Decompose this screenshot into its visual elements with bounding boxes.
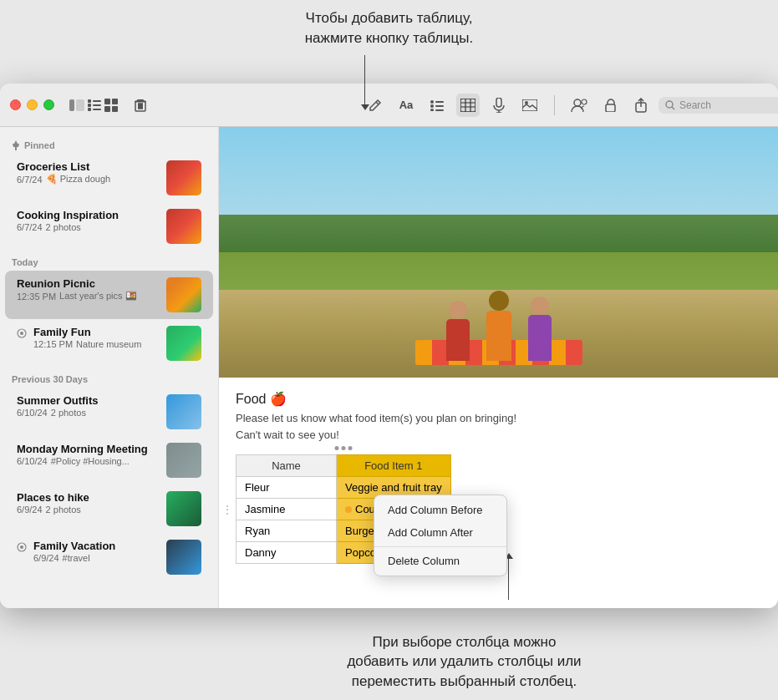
list-view-button[interactable] [88,94,101,117]
svg-rect-9 [112,99,118,104]
table-container: ⋮ Name Food Item 1 FleurVeggie and fruit… [236,454,451,564]
svg-rect-5 [93,104,101,106]
sidebar-item-reunion-thumb [166,277,201,312]
figure-1 [446,301,470,361]
svg-line-39 [672,107,674,109]
picnic-figures [446,291,552,361]
svg-point-22 [430,109,434,111]
pinned-section-label: Pinned [0,134,218,154]
sidebar-item-cooking-thumb [166,209,201,244]
svg-rect-7 [93,109,101,110]
context-menu-add-before[interactable]: Add Column Before [374,499,506,521]
svg-rect-0 [69,99,74,111]
media-button[interactable] [518,94,542,117]
sidebar-item-reunion-text: Reunion Picnic 12:35 PM Last year's pics… [17,277,160,302]
svg-rect-4 [88,104,91,107]
svg-rect-1 [76,99,84,111]
note-hero-image [219,127,778,378]
lock-button[interactable] [598,94,622,117]
today-section-label: Today [0,251,218,271]
svg-point-18 [430,100,434,104]
sidebar-item-cooking[interactable]: Cooking Inspiration 6/7/24 2 photos [5,202,213,251]
content-area: Pinned Groceries List 6/7/24 🍕 Pizza dou… [0,127,778,608]
share-button[interactable] [629,94,653,117]
sidebar-item-reunion[interactable]: Reunion Picnic 12:35 PM Last year's pics… [5,271,213,319]
svg-rect-24 [460,99,475,112]
table-cell-name[interactable]: Danny [236,542,337,564]
svg-rect-29 [496,98,501,107]
svg-point-38 [666,101,673,108]
sidebar-item-family-fun-thumb [166,326,201,361]
svg-rect-11 [112,106,118,112]
table-cell-name[interactable]: Jasmine [236,499,337,520]
sidebar-item-cooking-text: Cooking Inspiration 6/7/24 2 photos [17,209,160,232]
table-header-name[interactable]: Name [236,455,337,477]
checklist-button[interactable] [425,94,449,117]
grid-view-button[interactable] [104,94,118,117]
shared-icon [17,328,27,338]
sidebar-item-hike-text: Places to hike 6/9/24 2 photos [17,491,160,515]
app-window: Aa [0,84,778,608]
sidebar-item-family-fun-text: Family Fun 12:15 PM Nature museum [33,326,160,349]
svg-point-20 [430,104,434,108]
table-cell-name[interactable]: Ryan [236,520,337,542]
table-drag-handle[interactable] [334,446,352,450]
sidebar-item-monday-thumb [166,443,201,478]
sidebar-toggle-button[interactable] [69,94,84,117]
table-button[interactable] [456,94,480,117]
note-title: Food 🍎 [236,391,761,407]
annotation-arrow-bottom [508,558,509,600]
svg-rect-15 [141,103,143,109]
annotation-bottom: При выборе столбца можно добавить или уд… [150,632,778,692]
context-menu-delete[interactable]: Delete Column [374,550,506,572]
svg-rect-17 [135,101,146,103]
svg-point-43 [20,545,23,549]
svg-rect-3 [93,100,101,102]
svg-rect-19 [435,101,444,103]
collaborate-button[interactable] [567,94,591,117]
context-menu-divider [374,546,506,547]
sidebar-item-summer[interactable]: Summer Outfits 6/10/24 2 photos [5,388,213,436]
sidebar-item-vacation-thumb [166,540,201,575]
annotation-top: Чтобы добавить таблицу, нажмите кнопку т… [0,8,778,48]
audio-button[interactable] [487,94,511,117]
search-placeholder: Search [679,99,711,111]
sidebar-item-hike[interactable]: Places to hike 6/9/24 2 photos [5,484,213,533]
format-text-button[interactable]: Aa [394,94,418,117]
sidebar-item-groceries[interactable]: Groceries List 6/7/24 🍕 Pizza dough [5,154,213,202]
sidebar-item-monday-text: Monday Morning Meeting 6/10/24 #Policy #… [17,443,160,466]
figure-2 [486,291,511,361]
table-header-food[interactable]: Food Item 1 [337,455,451,477]
note-content-area: Food 🍎 Please let us know what food item… [219,127,778,608]
svg-rect-23 [435,109,444,111]
traffic-lights [10,99,54,110]
svg-rect-36 [606,104,615,112]
svg-rect-2 [88,99,91,103]
note-text-content: Food 🍎 Please let us know what food item… [219,378,778,581]
sidebar-item-groceries-text: Groceries List 6/7/24 🍕 Pizza dough [17,160,160,185]
svg-rect-6 [88,108,91,111]
search-icon [665,100,675,110]
sidebar-item-groceries-thumb [166,160,201,195]
sidebar-item-monday[interactable]: Monday Morning Meeting 6/10/24 #Policy #… [5,436,213,484]
svg-rect-13 [138,103,140,109]
maximize-button[interactable] [43,99,54,110]
sidebar-item-hike-thumb [166,491,201,526]
close-button[interactable] [10,99,21,110]
svg-rect-8 [104,99,110,104]
toolbar-divider-2 [554,95,555,115]
previous-section-label: Previous 30 Days [0,368,218,388]
svg-point-34 [574,99,581,106]
sidebar-item-vacation[interactable]: Family Vacation 6/9/24 #travel [5,533,213,581]
context-menu-add-after[interactable]: Add Column After [374,521,506,544]
sidebar-item-family-fun[interactable]: Family Fun 12:15 PM Nature museum [5,319,213,368]
row-handle[interactable]: ⋮ [222,504,232,515]
search-box[interactable]: Search [659,97,778,114]
table-cell-name[interactable]: Fleur [236,477,337,499]
minimize-button[interactable] [27,99,38,110]
trash-button[interactable] [135,94,146,117]
svg-rect-10 [104,106,110,112]
sidebar-item-summer-text: Summer Outfits 6/10/24 2 photos [17,394,160,418]
note-body: Please let us know what food item(s) you… [236,410,761,443]
svg-rect-21 [435,105,444,107]
